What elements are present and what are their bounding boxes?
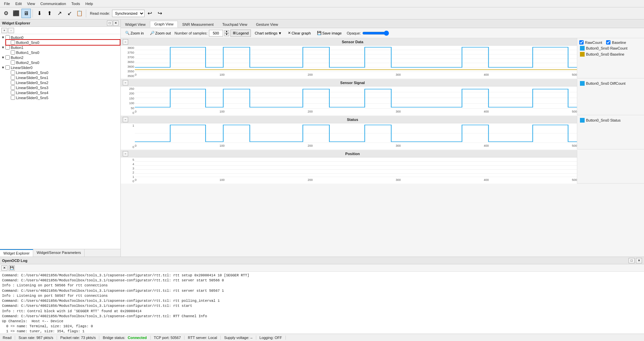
collapse-sensor-data-btn[interactable]: − [123,39,128,45]
tree-item-linearslider0[interactable]: ▼ LinearSlider0 [1,65,120,70]
menu-tools[interactable]: Tools [69,1,83,6]
tree-checkbox-button0[interactable] [5,35,10,40]
tree-label-button0: Button0 [11,36,23,40]
chart-panel-status: − Status 1 0 [121,116,644,149]
tree-checkbox-ls0-sns1[interactable] [11,75,15,80]
redo-button[interactable]: ↪ [155,9,165,18]
chart-title-position: Position [130,152,575,156]
legend-baseline-label: Baseline [612,41,626,45]
tree-label-ls0-sns1: LinearSlider0_Sns1 [16,76,48,80]
tab-snr-measurement[interactable]: SNR Measurement [178,21,218,27]
legend-label: Legend [236,31,249,35]
tree-item-button2[interactable]: ▼ Button2 [1,55,120,60]
tree-item-button1[interactable]: ▼ Button1 [1,45,120,50]
legend-row-status: Button0_Sns0 Status [579,118,642,123]
zoom-out-button[interactable]: 🔎 Zoom out [148,29,173,37]
tree-checkbox-button2[interactable] [5,55,10,60]
tab-graph-view[interactable]: Graph View [150,21,178,27]
tree-checkbox-button0-sns0[interactable] [11,40,15,45]
tree-checkbox-button1[interactable] [5,45,10,50]
tree-item-ls0-sns0[interactable]: LinearSlider0_Sns0 [6,70,120,75]
download-button[interactable]: ⬇ [35,9,44,18]
menu-view[interactable]: View [24,1,38,6]
tree-label-linearslider0: LinearSlider0 [11,66,33,70]
log-restore-btn[interactable]: □ [629,258,635,263]
panel-close-btn[interactable]: ✕ [113,20,118,26]
menu-communication[interactable]: Communication [38,1,68,6]
tree-checkbox-ls0-sns5[interactable] [11,95,15,100]
legend-color-diffcount [580,81,585,86]
upload-button[interactable]: ⬆ [45,9,54,18]
status-supply-voltage: Supply voltage: – [221,336,256,340]
log-close-btn[interactable]: ✕ [636,258,642,263]
save-image-button[interactable]: 💾 Save image [315,29,344,37]
menu-edit[interactable]: Edit [13,1,24,6]
tree-label-button1-sns0: Button1_Sns0 [16,51,39,55]
samples-down-btn[interactable]: ▼ [224,33,229,36]
panel-restore-btn[interactable]: □ [107,20,112,26]
chart-settings-button[interactable]: Chart settings ▼ [252,29,284,37]
log-clear-btn[interactable]: ✕ [1,265,7,271]
export-button[interactable]: ↗ [55,9,64,18]
opaque-slider[interactable] [362,30,389,36]
chart-svg-sensor-data [135,46,577,72]
legend-button[interactable]: ⊞ Legend [230,29,251,37]
collapse-sensor-signal-btn[interactable]: − [123,80,128,85]
tab-gesture-view[interactable]: Gesture View [252,21,282,27]
monitor-button[interactable]: 🖥 [21,9,31,18]
chart-svg-status [135,123,577,143]
zoom-in-button[interactable]: 🔍 Zoom in [123,29,146,37]
num-samples-input[interactable] [209,30,223,37]
undo-button[interactable]: ↩ [145,9,155,18]
tree-checkbox-button1-sns0[interactable] [11,50,15,55]
opaque-label: Opaque: [347,31,361,35]
tree-toggle-button0[interactable]: ▼ [1,36,5,39]
menu-file[interactable]: File [1,1,13,6]
tree-checkbox-ls0-sns3[interactable] [11,85,15,90]
import-button[interactable]: ↙ [65,9,74,18]
tree-item-ls0-sns2[interactable]: LinearSlider0_Sns2 [6,80,120,85]
chart-main-sensor-signal: − Sensor Signal 250 200 150 100 50 0 [121,79,577,115]
read-mode-select[interactable]: Synchronized [112,10,145,17]
legend-checkbox-baseline[interactable] [606,40,610,45]
charts-container: − Sensor Data 3800 3750 3700 3650 3600 3… [121,38,644,257]
menu-bar: File Edit View Communication Tools Help [0,0,644,7]
tree-checkbox-ls0-sns0[interactable] [11,70,15,75]
tree-item-ls0-sns1[interactable]: LinearSlider0_Sns1 [6,75,120,80]
tab-widget-view[interactable]: Widget View [121,21,150,27]
tab-widget-explorer[interactable]: Widget Explorer [0,249,33,257]
chart-body-position: 5 4 3 2 1 0 [121,157,577,184]
tree-label-button0-sns0: Button0_Sns0 [16,41,39,45]
tree-toggle-button2[interactable]: ▼ [1,56,5,59]
tab-widget-sensor-params[interactable]: Widget/Sensor Parameters [33,249,85,257]
tree-checkbox-button2-sns0[interactable] [11,60,15,65]
stop-button[interactable]: ⬛ [11,9,21,18]
tree-item-ls0-sns5[interactable]: LinearSlider0_Sns5 [6,95,120,100]
tree-item-button0[interactable]: ▼ Button0 [1,35,120,40]
tree-item-button1-sns0[interactable]: Button1_Sns0 [6,50,120,55]
tree-checkbox-linearslider0[interactable] [5,65,10,70]
tree-item-ls0-sns4[interactable]: LinearSlider0_Sns4 [6,90,120,95]
legend-checkbox-rawcount[interactable] [579,40,584,45]
menu-help[interactable]: Help [83,1,96,6]
legend-color-baseline [580,52,585,57]
collapse-all-btn[interactable]: - [8,28,14,33]
expand-all-btn[interactable]: + [1,28,7,33]
collapse-status-btn[interactable]: − [123,117,128,122]
tree-item-ls0-sns3[interactable]: LinearSlider0_Sns3 [6,85,120,90]
tree-checkbox-ls0-sns2[interactable] [11,80,15,85]
zoom-in-icon: 🔍 [125,31,130,35]
clear-graph-button[interactable]: ✕ Clear graph [285,29,313,37]
report-button[interactable]: 📋 [75,9,84,18]
tree-toggle-linearslider0[interactable]: ▼ [1,66,5,69]
chart-header-sensor-data: − Sensor Data [121,38,577,46]
log-save-btn[interactable]: 💾 [9,265,15,271]
tab-touchpad-view[interactable]: Touchpad View [218,21,252,27]
collapse-position-btn[interactable]: − [123,151,128,156]
tree-checkbox-ls0-sns4[interactable] [11,90,15,95]
tree-toggle-button1[interactable]: ▼ [1,46,5,49]
settings-button[interactable]: ⚙ [1,9,11,18]
chart-svg-position [135,157,577,178]
tree-item-button0-sns0[interactable]: Button0_Sns0 [6,40,120,45]
tree-item-button2-sns0[interactable]: Button2_Sns0 [6,60,120,65]
